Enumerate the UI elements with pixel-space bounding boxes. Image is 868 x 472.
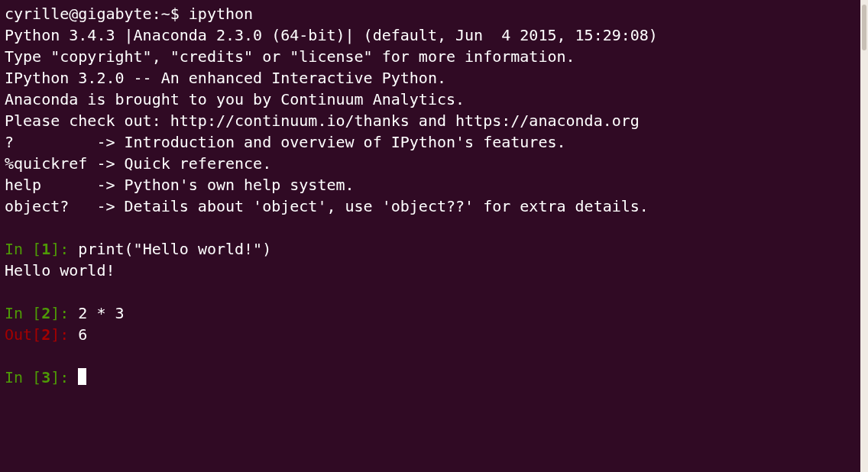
banner-line: Type "copyright", "credits" or "license"… xyxy=(5,46,854,67)
out-number: 2 xyxy=(41,325,50,344)
in-prompt-3[interactable]: In [3]: xyxy=(5,367,854,388)
in-suffix: ]: xyxy=(50,368,78,386)
in-number: 2 xyxy=(41,304,50,322)
in-number: 3 xyxy=(41,368,50,386)
banner-line: Python 3.4.3 |Anaconda 2.3.0 (64-bit)| (… xyxy=(5,24,854,46)
out-suffix: ]: xyxy=(50,325,78,344)
in-prefix: In [ xyxy=(5,304,41,322)
in-code: print("Hello world!") xyxy=(78,240,271,258)
out-prompt-2: Out[2]: 6 xyxy=(5,324,854,345)
shell-command: ipython xyxy=(189,5,253,23)
banner-line: help -> Python's own help system. xyxy=(5,174,854,196)
shell-prompt: cyrille@gigabyte:~$ xyxy=(5,5,189,23)
shell-prompt-line: cyrille@gigabyte:~$ ipython xyxy=(5,3,854,24)
blank-line xyxy=(5,217,854,238)
blank-line xyxy=(5,345,854,367)
stdout-output: Hello world! xyxy=(5,260,854,281)
banner-line: Please check out: http://continuum.io/th… xyxy=(5,110,854,131)
blank-line xyxy=(5,281,854,302)
banner-line: object? -> Details about 'object', use '… xyxy=(5,196,854,217)
vertical-scrollbar[interactable] xyxy=(860,0,868,472)
banner-line: ? -> Introduction and overview of IPytho… xyxy=(5,131,854,153)
in-suffix: ]: xyxy=(50,240,78,258)
banner-line: IPython 3.2.0 -- An enhanced Interactive… xyxy=(5,67,854,89)
cursor-icon xyxy=(78,368,86,385)
terminal-content[interactable]: cyrille@gigabyte:~$ ipython Python 3.4.3… xyxy=(5,3,863,388)
banner-line: Anaconda is brought to you by Continuum … xyxy=(5,89,854,110)
scrollbar-thumb[interactable] xyxy=(862,5,866,50)
in-prefix: In [ xyxy=(5,240,41,258)
in-prompt-2: In [2]: 2 * 3 xyxy=(5,302,854,324)
out-result: 6 xyxy=(78,325,87,344)
out-prefix: Out[ xyxy=(5,325,41,344)
in-number: 1 xyxy=(41,240,50,258)
in-prefix: In [ xyxy=(5,368,41,386)
in-prompt-1: In [1]: print("Hello world!") xyxy=(5,238,854,260)
banner-line: %quickref -> Quick reference. xyxy=(5,153,854,174)
in-code: 2 * 3 xyxy=(78,304,124,322)
in-suffix: ]: xyxy=(50,304,78,322)
